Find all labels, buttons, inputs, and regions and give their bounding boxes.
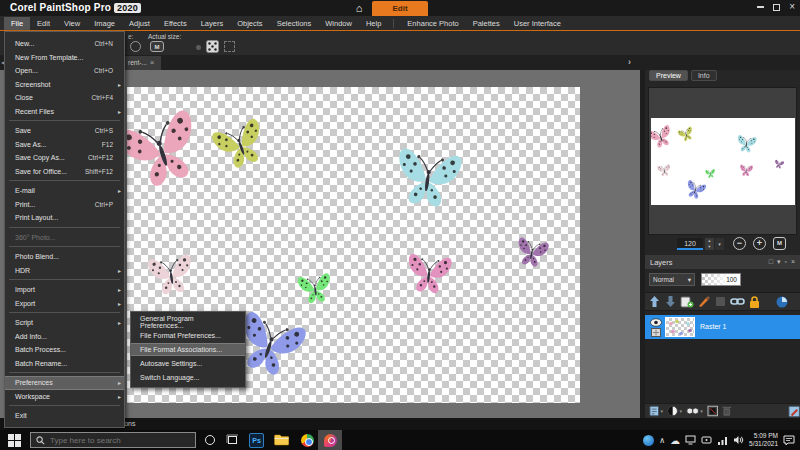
search-input[interactable] [50,436,180,445]
menu-bar-item[interactable]: Selections [270,17,319,30]
display-icon[interactable] [685,435,696,445]
layer-row-raster1[interactable]: Raster 1 [645,315,800,339]
tray-expand-chevron-icon[interactable]: ∧ [659,436,665,445]
menu-bar-item[interactable]: Help [359,17,388,30]
file-menu-item[interactable]: Print Layout... ▸ [5,211,124,225]
history-icon[interactable] [714,295,727,308]
tray-app-icon[interactable] [643,435,654,446]
network-icon[interactable] [717,436,728,445]
menu-bar-item[interactable]: File [4,17,30,30]
new-layer-icon[interactable] [680,295,694,308]
menu-bar-item[interactable]: Window [318,17,359,30]
menu-bar-item[interactable]: Effects [157,17,194,30]
paintshop-pro-taskbar-icon[interactable] [318,430,342,450]
tab-close-icon[interactable]: × [150,59,155,67]
minimize-icon[interactable] [757,6,764,8]
file-menu-item[interactable]: Batch Rename... ▸ [5,357,124,371]
zoom-out-icon[interactable]: − [733,237,746,250]
file-menu-item[interactable]: HDR ▸ [5,264,124,278]
link-layers-icon[interactable] [730,295,745,308]
actual-size-icon[interactable]: M [150,41,164,52]
new-mask-layer-icon[interactable] [686,406,699,416]
file-menu-item[interactable]: Script ▸ [5,316,124,330]
zoom-value-input[interactable]: 120 [677,238,703,250]
menu-bar-item[interactable]: Enhance Photo [400,17,465,30]
file-explorer-icon[interactable] [274,434,289,446]
menu-bar-item[interactable]: Objects [230,17,269,30]
usb-device-icon[interactable] [701,435,712,445]
file-menu-item[interactable]: Preferences ▸ [5,376,124,390]
zoom-actual-size-icon[interactable]: M [773,237,786,250]
edit-brush-icon[interactable] [697,295,711,308]
layers-panel-header[interactable]: Layers □ ▾ ▫ × [645,255,800,269]
file-menu-item[interactable]: Screenshot ▸ [5,78,124,92]
chrome-icon[interactable] [301,434,314,447]
menu-bar-item[interactable]: View [57,17,87,30]
file-menu-item[interactable]: Batch Process... ▸ [5,343,124,357]
blend-mode-select[interactable]: Normal▾ [649,273,695,286]
onedrive-cloud-icon[interactable]: ☁ [670,435,680,446]
photoshop-icon[interactable]: Ps [249,433,264,448]
delete-layer-trash-icon[interactable] [722,405,732,417]
tab-overflow-icon[interactable]: › [628,57,631,67]
opacity-slider[interactable]: 100 [701,273,741,286]
preview-grid-icon[interactable] [206,40,219,53]
panel-close-icon[interactable]: × [791,257,795,267]
new-adjustment-layer-icon[interactable] [667,405,678,417]
layer-name[interactable]: Raster 1 [700,323,726,330]
file-menu-item[interactable]: Photo Blend... ▸ [5,250,124,264]
file-menu-item[interactable]: E-mail ▸ [5,184,124,198]
file-menu-item[interactable]: Close Ctrl+F4 ▸ [5,91,124,105]
overview-tab[interactable]: Info [691,70,717,81]
menu-bar-item[interactable]: Image [87,17,122,30]
preferences-submenu-item[interactable]: Switch Language... [131,370,245,384]
restore-icon[interactable] [773,4,780,11]
zoom-dropdown-icon[interactable]: ▾ [715,238,724,250]
file-menu-item[interactable]: Import ▸ [5,283,124,297]
preferences-submenu-item[interactable]: File Format Preferences... [131,329,245,343]
cortana-icon[interactable] [205,435,215,445]
panel-menu-icon[interactable]: ▾ [777,257,781,267]
file-menu-item[interactable]: Add Info... ▸ [5,330,124,344]
file-menu-item[interactable]: New... Ctrl+N ▸ [5,37,124,51]
taskbar-clock[interactable]: 5:09 PM5/31/2021 [749,432,778,448]
menu-bar-item[interactable]: Palettes [466,17,507,30]
new-raster-layer-icon[interactable] [649,405,659,417]
tab-edit-workspace[interactable]: Edit [372,1,428,16]
menu-bar-item[interactable]: Edit [30,17,57,30]
windows-start-icon[interactable] [8,434,21,447]
file-menu-item[interactable]: 360° Photo... ▸ [5,231,124,245]
layer-thumbnail[interactable] [665,317,695,337]
file-menu-item[interactable]: Open... Ctrl+O ▸ [5,64,124,78]
file-menu-item[interactable]: Export ▸ [5,297,124,311]
speaker-icon[interactable] [733,435,744,445]
menu-bar-item[interactable]: User Interface [507,17,568,30]
notification-center-icon[interactable] [783,435,795,446]
move-layer-down-icon[interactable] [664,295,677,308]
file-menu-item[interactable]: Save As... F12 ▸ [5,138,124,152]
file-menu-item[interactable]: Save for Office... Shift+F12 ▸ [5,165,124,179]
layer-group-icon[interactable] [707,405,718,417]
file-menu-item[interactable]: Workspace ▸ [5,390,124,404]
menu-bar-item[interactable]: Adjust [122,17,157,30]
layer-link-badge-icon[interactable] [651,328,661,337]
file-menu-item[interactable]: Save Ctrl+S ▸ [5,124,124,138]
file-menu-item[interactable]: Print... Ctrl+P ▸ [5,198,124,212]
preferences-submenu-item[interactable]: Autosave Settings... [131,356,245,370]
zoom-in-icon[interactable]: + [753,237,766,250]
lock-icon[interactable] [748,295,761,309]
document-tab[interactable]: rent-... × [125,56,161,70]
tool-circle-icon[interactable] [130,41,141,52]
file-menu-item[interactable]: Save Copy As... Ctrl+F12 ▸ [5,151,124,165]
move-layer-up-icon[interactable] [648,295,661,308]
preferences-submenu-item[interactable]: File Format Associations... [131,343,245,357]
layer-visibility-eye-icon[interactable] [650,318,662,327]
file-menu-item[interactable]: Recent Files ▸ [5,105,124,119]
close-icon[interactable]: × [789,3,795,11]
panel-float-icon[interactable]: □ [769,257,773,267]
radio-dot-icon[interactable] [196,45,201,50]
taskbar-search-box[interactable] [30,432,196,448]
overview-preview-image[interactable] [651,118,795,205]
file-menu-item[interactable]: New From Template... ▸ [5,51,124,65]
timer-icon[interactable] [775,295,789,309]
